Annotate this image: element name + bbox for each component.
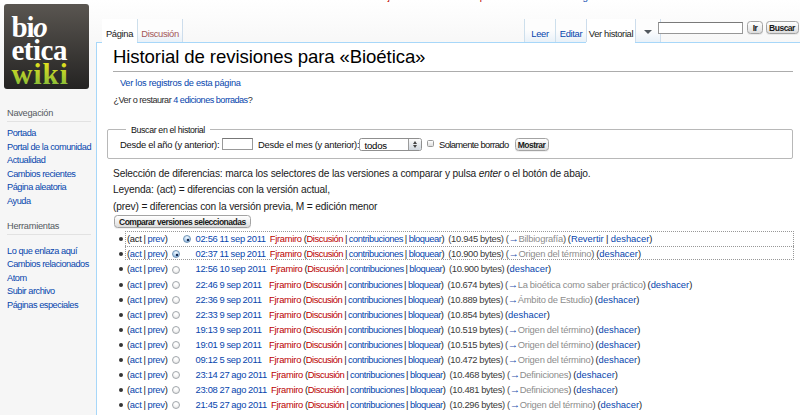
svg-text:wiki: wiki [12,58,69,90]
